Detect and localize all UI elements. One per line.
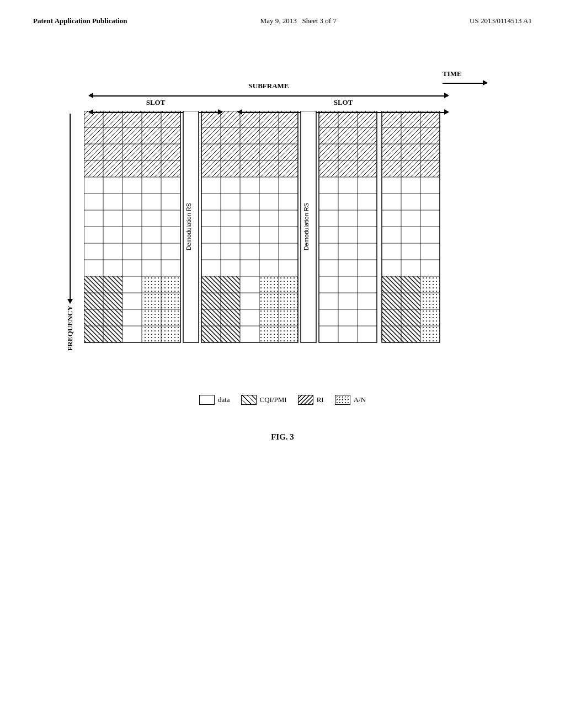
freq-label: FREQUENCY (66, 306, 74, 351)
svg-rect-48 (201, 276, 240, 342)
svg-text:Demodulation RS: Demodulation RS (303, 203, 310, 250)
legend-box-data (199, 395, 215, 405)
slot1-label: SLOT (146, 98, 166, 107)
header-date-sheet: May 9, 2013 Sheet 3 of 7 (260, 17, 337, 25)
svg-rect-86 (382, 276, 420, 342)
diagram-area: TIME SUBFRAME SLOT S (62, 69, 503, 389)
legend-item-cqi: CQI/PMI (241, 395, 287, 405)
header-patent-number: US 2013/0114513 A1 (470, 17, 532, 25)
legend-box-an (335, 395, 350, 405)
header-publication-label: Patent Application Publication (33, 17, 127, 25)
legend-label-cqi: CQI/PMI (260, 395, 287, 404)
svg-rect-25 (84, 276, 122, 342)
legend-label-an: A/N (354, 395, 366, 404)
grid-diagram: // This won't execute inside SVG in this… (84, 111, 459, 354)
figure-caption: FIG. 3 (271, 432, 294, 442)
legend-label-data: data (218, 395, 230, 404)
svg-rect-87 (420, 276, 440, 342)
legend-item-data: data (199, 395, 230, 405)
legend-item-ri: RI (298, 395, 324, 405)
main-content: TIME SUBFRAME SLOT S (0, 69, 565, 442)
legend-box-ri (298, 395, 313, 405)
subframe-label: SUBFRAME (249, 82, 289, 90)
legend-item-an: A/N (335, 395, 366, 405)
legend-box-cqi (241, 395, 257, 405)
svg-rect-26 (142, 276, 180, 342)
time-label: TIME (443, 69, 462, 78)
svg-rect-49 (259, 276, 298, 342)
svg-text:Demodulation RS: Demodulation RS (185, 203, 192, 250)
legend-label-ri: RI (317, 395, 324, 404)
slot2-label: SLOT (334, 98, 353, 107)
legend: data CQI/PMI RI A/N (199, 395, 366, 405)
